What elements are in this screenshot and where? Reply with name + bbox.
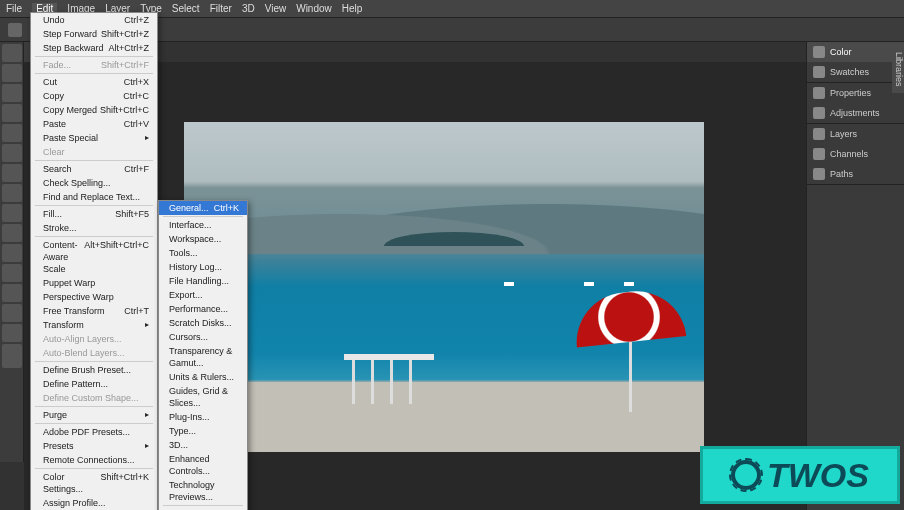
type-tool[interactable] <box>2 264 22 282</box>
menu-item-fade: Fade...Shift+Ctrl+F <box>31 58 157 72</box>
fg-bg-swatch[interactable] <box>2 344 22 368</box>
prefs-item-scratch-disks[interactable]: Scratch Disks... <box>159 316 247 330</box>
layers-icon <box>813 128 825 140</box>
panel-label: Swatches <box>830 67 869 77</box>
prefs-item-transparency-gamut[interactable]: Transparency & Gamut... <box>159 344 247 370</box>
menu-item-puppet-warp[interactable]: Puppet Warp <box>31 276 157 290</box>
prefs-item-history-log[interactable]: History Log... <box>159 260 247 274</box>
tool-preset-icon[interactable] <box>8 23 22 37</box>
panel-tab-channels[interactable]: Channels <box>807 144 904 164</box>
menu-item-define-custom-shape: Define Custom Shape... <box>31 391 157 405</box>
panel-tab-color[interactable]: Color <box>807 42 904 62</box>
prefs-item-export[interactable]: Export... <box>159 288 247 302</box>
menu-item-search[interactable]: SearchCtrl+F <box>31 162 157 176</box>
panel-label: Properties <box>830 88 871 98</box>
menu-window[interactable]: Window <box>296 3 332 14</box>
move-tool[interactable] <box>2 44 22 62</box>
panel-label: Adjustments <box>830 108 880 118</box>
image-content <box>574 292 684 412</box>
edit-menu-dropdown: UndoCtrl+ZStep ForwardShift+Ctrl+ZStep B… <box>30 12 158 510</box>
tools-panel <box>0 42 24 462</box>
menu-item-free-transform[interactable]: Free TransformCtrl+T <box>31 304 157 318</box>
image-content <box>584 282 594 286</box>
eyedropper-tool[interactable] <box>2 144 22 162</box>
menu-item-remote-connections[interactable]: Remote Connections... <box>31 453 157 467</box>
menu-select[interactable]: Select <box>172 3 200 14</box>
panels-dock: ColorSwatchesPropertiesAdjustmentsLayers… <box>806 42 904 510</box>
panel-label: Layers <box>830 129 857 139</box>
prefs-item--d[interactable]: 3D... <box>159 438 247 452</box>
menu-item-presets[interactable]: Presets <box>31 439 157 453</box>
gradient-tool[interactable] <box>2 224 22 242</box>
prefs-item-performance[interactable]: Performance... <box>159 302 247 316</box>
palette-icon <box>813 46 825 58</box>
prefs-item-workspace[interactable]: Workspace... <box>159 232 247 246</box>
overlay-text: TWOS <box>767 456 869 495</box>
menu-item-clear: Clear <box>31 145 157 159</box>
menu-help[interactable]: Help <box>342 3 363 14</box>
menu-item-step-forward[interactable]: Step ForwardShift+Ctrl+Z <box>31 27 157 41</box>
menu-item-define-brush-preset[interactable]: Define Brush Preset... <box>31 363 157 377</box>
panel-label: Channels <box>830 149 868 159</box>
marquee-tool[interactable] <box>2 64 22 82</box>
prefs-item-general[interactable]: General...Ctrl+K <box>159 201 247 215</box>
menu-file[interactable]: File <box>6 3 22 14</box>
menu-item-perspective-warp[interactable]: Perspective Warp <box>31 290 157 304</box>
menu-item-check-spelling[interactable]: Check Spelling... <box>31 176 157 190</box>
prefs-item-units-rulers[interactable]: Units & Rulers... <box>159 370 247 384</box>
prefs-item-guides-grid-slices[interactable]: Guides, Grid & Slices... <box>159 384 247 410</box>
eraser-tool[interactable] <box>2 204 22 222</box>
menu-item-paste-special[interactable]: Paste Special <box>31 131 157 145</box>
panel-tab-libraries[interactable]: Libraries <box>892 46 904 93</box>
panel-tab-adjustments[interactable]: Adjustments <box>807 103 904 123</box>
panel-label: Color <box>830 47 852 57</box>
prefs-item-tools[interactable]: Tools... <box>159 246 247 260</box>
menu-item-assign-profile[interactable]: Assign Profile... <box>31 496 157 510</box>
prefs-item-cursors[interactable]: Cursors... <box>159 330 247 344</box>
panel-tab-paths[interactable]: Paths <box>807 164 904 184</box>
menu-item-undo[interactable]: UndoCtrl+Z <box>31 13 157 27</box>
menu-item-transform[interactable]: Transform <box>31 318 157 332</box>
crop-tool[interactable] <box>2 124 22 142</box>
prefs-item-plug-ins[interactable]: Plug-Ins... <box>159 410 247 424</box>
menu-item-auto-blend-layers: Auto-Blend Layers... <box>31 346 157 360</box>
properties-icon <box>813 87 825 99</box>
channels-icon <box>813 148 825 160</box>
menu-item-paste[interactable]: PasteCtrl+V <box>31 117 157 131</box>
prefs-item-technology-previews[interactable]: Technology Previews... <box>159 478 247 504</box>
panel-label: Paths <box>830 169 853 179</box>
menu-item-fill[interactable]: Fill...Shift+F5 <box>31 207 157 221</box>
menu-item-copy-merged[interactable]: Copy MergedShift+Ctrl+C <box>31 103 157 117</box>
panel-tab-properties[interactable]: Properties <box>807 83 904 103</box>
lasso-tool[interactable] <box>2 84 22 102</box>
menu-item-find-and-replace-text[interactable]: Find and Replace Text... <box>31 190 157 204</box>
menu-item-purge[interactable]: Purge <box>31 408 157 422</box>
prefs-item-enhanced-controls[interactable]: Enhanced Controls... <box>159 452 247 478</box>
menu-item-step-backward[interactable]: Step BackwardAlt+Ctrl+Z <box>31 41 157 55</box>
prefs-item-interface[interactable]: Interface... <box>159 218 247 232</box>
menu-item-adobe-pdf-presets[interactable]: Adobe PDF Presets... <box>31 425 157 439</box>
menu-item-stroke[interactable]: Stroke... <box>31 221 157 235</box>
brush-tool[interactable] <box>2 164 22 182</box>
menu-item-copy[interactable]: CopyCtrl+C <box>31 89 157 103</box>
prefs-item-type[interactable]: Type... <box>159 424 247 438</box>
menu-filter[interactable]: Filter <box>210 3 232 14</box>
menu-item-cut[interactable]: CutCtrl+X <box>31 75 157 89</box>
prefs-item-file-handling[interactable]: File Handling... <box>159 274 247 288</box>
menu-3d[interactable]: 3D <box>242 3 255 14</box>
panel-tab-layers[interactable]: Layers <box>807 124 904 144</box>
menu-item-color-settings[interactable]: Color Settings...Shift+Ctrl+K <box>31 470 157 496</box>
document-canvas[interactable] <box>184 122 704 452</box>
wand-tool[interactable] <box>2 104 22 122</box>
menu-view[interactable]: View <box>265 3 287 14</box>
image-content <box>624 282 634 286</box>
shape-tool[interactable] <box>2 284 22 302</box>
menu-item-content-aware-scale[interactable]: Content-Aware ScaleAlt+Shift+Ctrl+C <box>31 238 157 276</box>
menu-item-define-pattern[interactable]: Define Pattern... <box>31 377 157 391</box>
panel-tab-swatches[interactable]: Swatches <box>807 62 904 82</box>
clone-tool[interactable] <box>2 184 22 202</box>
image-content <box>344 354 434 404</box>
pen-tool[interactable] <box>2 244 22 262</box>
zoom-tool[interactable] <box>2 324 22 342</box>
hand-tool[interactable] <box>2 304 22 322</box>
